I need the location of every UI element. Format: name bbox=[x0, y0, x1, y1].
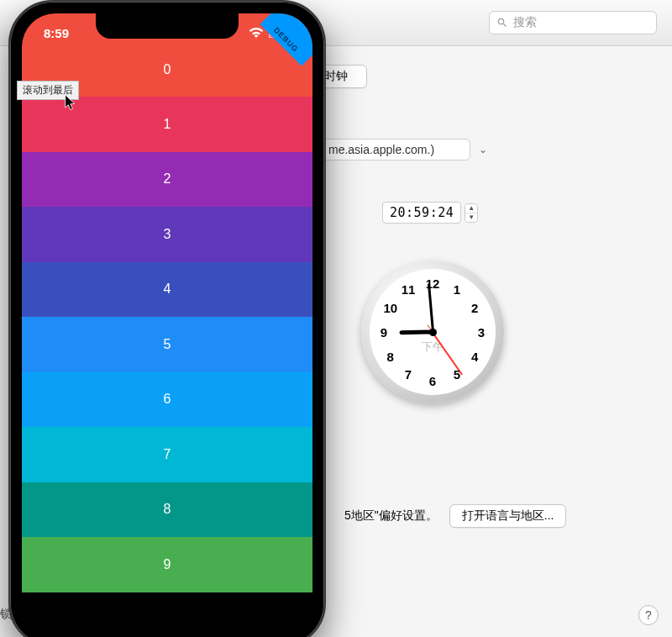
clock-pivot bbox=[429, 329, 437, 336]
list-item-label: 3 bbox=[164, 227, 171, 242]
stepper-up-icon[interactable]: ▲ bbox=[465, 204, 477, 213]
search-input[interactable]: 搜索 bbox=[489, 11, 657, 34]
time-row: 20:59:24 ▲ ▼ bbox=[382, 202, 478, 224]
list-item-label: 8 bbox=[164, 502, 171, 517]
analog-clock: 下午 121234567891011 bbox=[361, 261, 504, 403]
list-item-label: 0 bbox=[164, 62, 171, 77]
wifi-icon bbox=[249, 28, 264, 38]
volume-up-button bbox=[8, 149, 10, 197]
list-item-label: 1 bbox=[164, 117, 171, 132]
list-item[interactable]: 3 bbox=[22, 207, 312, 262]
list-item[interactable]: 2 bbox=[22, 152, 312, 208]
clock-number: 8 bbox=[387, 350, 394, 364]
list-item[interactable]: 5 bbox=[22, 317, 312, 372]
clock-hour-hand bbox=[399, 330, 433, 335]
time-server-value: me.asia.apple.com.) bbox=[328, 143, 434, 156]
stepper-down-icon[interactable]: ▼ bbox=[465, 213, 477, 222]
clock-number: 5 bbox=[454, 367, 460, 382]
list-item-label: 5 bbox=[164, 337, 171, 352]
chevron-down-icon[interactable]: ⌄ bbox=[479, 144, 487, 155]
list-item-label: 6 bbox=[164, 392, 171, 407]
clock-number: 1 bbox=[454, 282, 460, 297]
search-icon bbox=[496, 17, 508, 29]
clock-number: 6 bbox=[429, 374, 436, 388]
clock-number: 7 bbox=[405, 367, 412, 382]
clock-number: 12 bbox=[426, 276, 440, 291]
clock-number: 9 bbox=[381, 325, 387, 340]
footer-text: 5地区"偏好设置。 bbox=[344, 508, 438, 524]
list-item-label: 9 bbox=[164, 557, 171, 572]
notch bbox=[96, 13, 239, 39]
cursor-icon bbox=[64, 94, 78, 113]
clock-face: 下午 121234567891011 bbox=[370, 269, 496, 395]
home-indicator bbox=[113, 624, 222, 628]
list-item-label: 4 bbox=[164, 282, 171, 297]
list-item-label: 7 bbox=[164, 447, 171, 462]
list-item[interactable]: 4 bbox=[22, 262, 312, 318]
list-item[interactable]: 8 bbox=[22, 482, 312, 538]
clock-number: 2 bbox=[471, 301, 478, 315]
status-time: 8:59 bbox=[44, 26, 69, 40]
time-server-row: me.asia.apple.com.) ⌄ bbox=[319, 139, 487, 161]
search-placeholder: 搜索 bbox=[513, 15, 537, 30]
volume-down-button bbox=[8, 208, 10, 256]
list-item[interactable]: 6 bbox=[22, 372, 312, 428]
help-button[interactable]: ? bbox=[638, 605, 659, 625]
list-item[interactable]: 9 bbox=[22, 537, 312, 592]
time-server-dropdown[interactable]: me.asia.apple.com.) bbox=[319, 139, 470, 161]
footer-row: 5地区"偏好设置。 打开语言与地区... bbox=[344, 504, 566, 528]
clock-number: 4 bbox=[471, 350, 478, 364]
time-stepper[interactable]: ▲ ▼ bbox=[465, 203, 478, 223]
open-language-region-button[interactable]: 打开语言与地区... bbox=[449, 504, 567, 528]
time-field[interactable]: 20:59:24 bbox=[382, 202, 461, 224]
side-button bbox=[324, 161, 326, 229]
clock-bezel: 下午 121234567891011 bbox=[361, 261, 504, 403]
clock-number: 3 bbox=[478, 325, 485, 340]
clock-number: 10 bbox=[383, 301, 397, 315]
list-item-label: 2 bbox=[164, 171, 171, 187]
clock-number: 11 bbox=[402, 282, 416, 297]
list-item[interactable]: 7 bbox=[22, 427, 312, 482]
mute-switch bbox=[8, 103, 10, 129]
